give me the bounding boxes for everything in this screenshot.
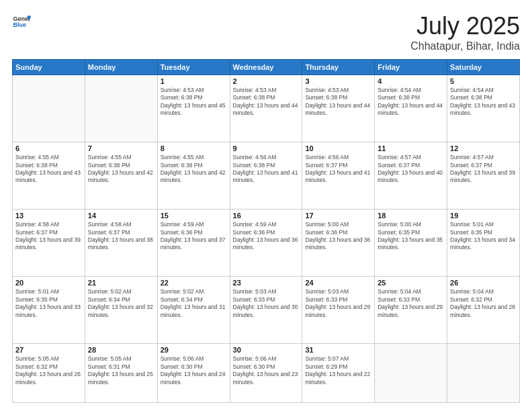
weekday-header-row: Sunday Monday Tuesday Wednesday Thursday…	[13, 60, 520, 75]
table-row: 21Sunrise: 5:02 AM Sunset: 6:34 PM Dayli…	[85, 277, 157, 344]
table-row: 28Sunrise: 5:05 AM Sunset: 6:31 PM Dayli…	[85, 344, 157, 403]
table-row: 29Sunrise: 5:06 AM Sunset: 6:30 PM Dayli…	[157, 344, 230, 403]
day-info: Sunrise: 4:54 AM Sunset: 6:38 PM Dayligh…	[450, 87, 517, 118]
day-number: 26	[450, 279, 517, 287]
table-row	[13, 75, 85, 142]
day-info: Sunrise: 4:53 AM Sunset: 6:38 PM Dayligh…	[161, 87, 227, 118]
day-number: 8	[161, 144, 227, 152]
day-info: Sunrise: 5:04 AM Sunset: 6:32 PM Dayligh…	[450, 288, 517, 319]
table-row	[447, 344, 520, 403]
day-info: Sunrise: 5:04 AM Sunset: 6:33 PM Dayligh…	[378, 288, 444, 319]
day-info: Sunrise: 4:58 AM Sunset: 6:37 PM Dayligh…	[88, 221, 154, 252]
day-info: Sunrise: 5:07 AM Sunset: 6:29 PM Dayligh…	[305, 355, 371, 386]
table-row: 10Sunrise: 4:56 AM Sunset: 6:37 PM Dayli…	[302, 142, 375, 210]
day-info: Sunrise: 4:59 AM Sunset: 6:36 PM Dayligh…	[233, 221, 300, 252]
day-info: Sunrise: 4:55 AM Sunset: 6:38 PM Dayligh…	[161, 154, 227, 185]
day-number: 12	[450, 144, 517, 152]
table-row: 13Sunrise: 4:58 AM Sunset: 6:37 PM Dayli…	[13, 210, 85, 277]
table-row: 8Sunrise: 4:55 AM Sunset: 6:38 PM Daylig…	[157, 142, 230, 210]
svg-text:Blue: Blue	[13, 21, 26, 28]
table-row: 26Sunrise: 5:04 AM Sunset: 6:32 PM Dayli…	[447, 277, 520, 344]
day-info: Sunrise: 5:02 AM Sunset: 6:34 PM Dayligh…	[161, 288, 227, 319]
day-number: 15	[161, 212, 227, 220]
table-row: 15Sunrise: 4:59 AM Sunset: 6:36 PM Dayli…	[157, 210, 230, 277]
table-row: 1Sunrise: 4:53 AM Sunset: 6:38 PM Daylig…	[157, 75, 230, 142]
table-row: 5Sunrise: 4:54 AM Sunset: 6:38 PM Daylig…	[447, 75, 520, 142]
day-info: Sunrise: 4:58 AM Sunset: 6:37 PM Dayligh…	[15, 221, 82, 252]
day-info: Sunrise: 5:06 AM Sunset: 6:30 PM Dayligh…	[161, 355, 227, 386]
table-row: 20Sunrise: 5:01 AM Sunset: 6:35 PM Dayli…	[13, 277, 85, 344]
day-number: 22	[161, 279, 227, 287]
day-number: 30	[233, 346, 300, 354]
day-info: Sunrise: 4:53 AM Sunset: 6:38 PM Dayligh…	[233, 87, 300, 118]
header-thursday: Thursday	[302, 60, 375, 75]
table-row: 3Sunrise: 4:53 AM Sunset: 6:38 PM Daylig…	[302, 75, 375, 142]
header-sunday: Sunday	[13, 60, 85, 75]
header-friday: Friday	[375, 60, 447, 75]
day-info: Sunrise: 4:55 AM Sunset: 6:38 PM Dayligh…	[88, 154, 154, 185]
day-number: 9	[233, 144, 300, 152]
day-info: Sunrise: 4:55 AM Sunset: 6:38 PM Dayligh…	[15, 154, 82, 185]
table-row: 7Sunrise: 4:55 AM Sunset: 6:38 PM Daylig…	[85, 142, 157, 210]
day-info: Sunrise: 5:06 AM Sunset: 6:30 PM Dayligh…	[233, 355, 300, 386]
header-monday: Monday	[85, 60, 157, 75]
title-location: Chhatapur, Bihar, India	[410, 40, 520, 52]
table-row: 6Sunrise: 4:55 AM Sunset: 6:38 PM Daylig…	[13, 142, 85, 210]
day-info: Sunrise: 5:03 AM Sunset: 6:33 PM Dayligh…	[233, 288, 300, 319]
title-block: July 2025 Chhatapur, Bihar, India	[410, 12, 520, 52]
table-row	[375, 344, 447, 403]
day-number: 19	[450, 212, 517, 220]
table-row: 4Sunrise: 4:54 AM Sunset: 6:38 PM Daylig…	[375, 75, 447, 142]
day-number: 1	[161, 77, 227, 85]
day-number: 13	[15, 212, 82, 220]
day-info: Sunrise: 5:01 AM Sunset: 6:35 PM Dayligh…	[15, 288, 82, 319]
day-number: 18	[378, 212, 444, 220]
table-row: 24Sunrise: 5:03 AM Sunset: 6:33 PM Dayli…	[302, 277, 375, 344]
table-row: 30Sunrise: 5:06 AM Sunset: 6:30 PM Dayli…	[230, 344, 302, 403]
day-info: Sunrise: 4:59 AM Sunset: 6:36 PM Dayligh…	[161, 221, 227, 252]
day-number: 11	[378, 144, 444, 152]
day-info: Sunrise: 5:03 AM Sunset: 6:33 PM Dayligh…	[305, 288, 371, 319]
day-info: Sunrise: 4:56 AM Sunset: 6:37 PM Dayligh…	[305, 154, 371, 185]
table-row: 14Sunrise: 4:58 AM Sunset: 6:37 PM Dayli…	[85, 210, 157, 277]
header-wednesday: Wednesday	[230, 60, 302, 75]
day-number: 6	[15, 144, 82, 152]
table-row: 11Sunrise: 4:57 AM Sunset: 6:37 PM Dayli…	[375, 142, 447, 210]
day-number: 7	[88, 144, 154, 152]
day-number: 5	[450, 77, 517, 85]
day-info: Sunrise: 4:57 AM Sunset: 6:37 PM Dayligh…	[378, 154, 444, 185]
page: General Blue July 2025 Chhatapur, Bihar,…	[0, 0, 532, 411]
day-number: 10	[305, 144, 371, 152]
table-row: 19Sunrise: 5:01 AM Sunset: 6:35 PM Dayli…	[447, 210, 520, 277]
day-number: 24	[305, 279, 371, 287]
header: General Blue July 2025 Chhatapur, Bihar,…	[12, 12, 520, 52]
generalblue-icon: General Blue	[12, 12, 31, 31]
day-number: 25	[378, 279, 444, 287]
table-row: 23Sunrise: 5:03 AM Sunset: 6:33 PM Dayli…	[230, 277, 302, 344]
table-row: 22Sunrise: 5:02 AM Sunset: 6:34 PM Dayli…	[157, 277, 230, 344]
table-row: 12Sunrise: 4:57 AM Sunset: 6:37 PM Dayli…	[447, 142, 520, 210]
calendar-table: Sunday Monday Tuesday Wednesday Thursday…	[12, 59, 520, 403]
day-number: 4	[378, 77, 444, 85]
day-number: 23	[233, 279, 300, 287]
day-info: Sunrise: 4:54 AM Sunset: 6:38 PM Dayligh…	[378, 87, 444, 118]
table-row	[85, 75, 157, 142]
day-number: 29	[161, 346, 227, 354]
day-number: 14	[88, 212, 154, 220]
day-number: 27	[15, 346, 82, 354]
table-row: 25Sunrise: 5:04 AM Sunset: 6:33 PM Dayli…	[375, 277, 447, 344]
table-row: 31Sunrise: 5:07 AM Sunset: 6:29 PM Dayli…	[302, 344, 375, 403]
day-number: 3	[305, 77, 371, 85]
day-number: 31	[305, 346, 371, 354]
day-info: Sunrise: 4:53 AM Sunset: 6:38 PM Dayligh…	[305, 87, 371, 118]
day-number: 20	[15, 279, 82, 287]
day-info: Sunrise: 5:02 AM Sunset: 6:34 PM Dayligh…	[88, 288, 154, 319]
header-saturday: Saturday	[447, 60, 520, 75]
day-number: 21	[88, 279, 154, 287]
table-row: 9Sunrise: 4:56 AM Sunset: 6:38 PM Daylig…	[230, 142, 302, 210]
day-number: 17	[305, 212, 371, 220]
day-info: Sunrise: 5:01 AM Sunset: 6:35 PM Dayligh…	[450, 221, 517, 252]
day-number: 16	[233, 212, 300, 220]
day-number: 2	[233, 77, 300, 85]
table-row: 27Sunrise: 5:05 AM Sunset: 6:32 PM Dayli…	[13, 344, 85, 403]
